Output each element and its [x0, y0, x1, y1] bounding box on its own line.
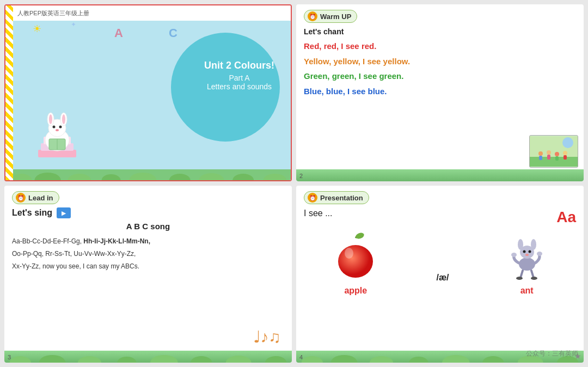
- slide-number-2: 2: [299, 173, 303, 179]
- watermark: 公众号：三有英师: [526, 349, 578, 358]
- grass-decoration: [5, 169, 291, 180]
- word-apple: apple: [344, 286, 367, 296]
- slide-4: ⏰ Presentation I see ... Aa: [296, 186, 584, 363]
- svg-point-58: [370, 356, 393, 363]
- svg-rect-24: [530, 157, 578, 167]
- svg-point-59: [409, 357, 428, 363]
- slide-number-3: 3: [8, 354, 11, 360]
- svg-point-52: [511, 253, 517, 257]
- section-title: Let's chant: [304, 27, 576, 36]
- svg-point-17: [102, 174, 121, 180]
- i-see-text: I see ...: [304, 209, 332, 218]
- svg-point-8: [62, 114, 65, 124]
- presentation-badge: ⏰ Presentation: [304, 191, 369, 204]
- svg-point-60: [442, 355, 470, 363]
- svg-point-42: [355, 232, 365, 240]
- warm-up-badge: ⏰ Warm UP: [304, 10, 357, 23]
- outdoor-scene-image: [529, 135, 578, 168]
- deco-letter-a: A: [114, 26, 123, 40]
- svg-point-36: [78, 356, 101, 363]
- slide-2: ⏰ Warm UP Let's chant Red, red, I see re…: [296, 4, 584, 181]
- snowflake-deco: ✦: [71, 21, 76, 28]
- deco-letter-c: C: [169, 26, 177, 40]
- textbook-label: 人教PEP版英语三年级上册: [5, 5, 291, 21]
- svg-point-55: [531, 277, 537, 280]
- svg-point-32: [563, 151, 567, 155]
- svg-point-35: [39, 355, 66, 363]
- svg-point-57: [331, 355, 358, 363]
- svg-point-9: [53, 126, 56, 129]
- vocabulary-images: apple /æ/: [304, 231, 576, 296]
- svg-point-54: [516, 277, 523, 280]
- music-note-deco: ♩♪♫: [253, 327, 281, 346]
- svg-point-11: [56, 129, 59, 131]
- svg-point-44: [345, 248, 353, 259]
- svg-point-37: [117, 357, 136, 363]
- phonetic-group: /æ/: [436, 270, 449, 296]
- svg-point-53: [537, 252, 542, 256]
- grass-decoration-2: [296, 169, 584, 181]
- chant-line-4: Blue, blue, I see blue.: [304, 85, 576, 98]
- section-title-3: Let's sing ▶: [12, 207, 284, 218]
- slide-title-block: Unit 2 Colours! Part A Letters and sound…: [204, 60, 274, 91]
- abc-lyrics: Aa-Bb-Cc-Dd-Ee-Ff-Gg, Hh-Ii-Jj-Kk-Ll-Mm-…: [12, 235, 284, 272]
- svg-point-25: [562, 137, 573, 148]
- svg-point-19: [169, 174, 191, 180]
- slide4-header: I see ... Aa: [304, 209, 576, 226]
- clock-icon-3: ⏰: [16, 193, 26, 203]
- grass-decoration-3: [4, 351, 292, 363]
- svg-point-18: [129, 173, 156, 180]
- ant-character-image: [506, 231, 547, 283]
- svg-rect-31: [555, 156, 559, 161]
- svg-rect-29: [547, 155, 550, 160]
- svg-point-47: [518, 239, 523, 250]
- ant-group: ant: [506, 231, 547, 296]
- tv-icon: ▶: [57, 207, 71, 218]
- chant-line-3: Green, green, I see green.: [304, 70, 576, 83]
- deco-strip: [5, 5, 13, 180]
- svg-point-56: [302, 356, 323, 363]
- svg-point-61: [482, 356, 504, 363]
- svg-point-28: [547, 150, 551, 155]
- svg-point-26: [538, 151, 543, 156]
- clock-icon: ⏰: [308, 11, 317, 21]
- bunny-illustration: [35, 112, 79, 168]
- svg-point-50: [529, 250, 531, 253]
- svg-point-34: [10, 356, 31, 363]
- svg-point-15: [34, 173, 61, 180]
- svg-point-38: [150, 355, 178, 363]
- phonetic-symbol: /æ/: [436, 273, 449, 283]
- chant-line-2: Yellow, yellow, I see yellow.: [304, 56, 576, 68]
- lead-in-badge: ⏰ Lead in: [12, 191, 59, 204]
- svg-point-45: [519, 258, 535, 271]
- svg-rect-33: [564, 155, 567, 160]
- sun-deco: ☀: [33, 23, 41, 35]
- letter-aa: Aa: [556, 209, 576, 226]
- slide-number-4: 4: [299, 354, 303, 360]
- svg-point-49: [523, 250, 526, 253]
- svg-point-16: [68, 174, 91, 180]
- slide-1: 人教PEP版英语三年级上册 ☀ ✦ A C Unit 2 Colours! Pa…: [4, 4, 292, 181]
- apple-group: apple: [333, 231, 379, 296]
- svg-point-40: [226, 356, 252, 363]
- svg-point-48: [531, 239, 536, 250]
- svg-point-14: [11, 174, 32, 180]
- svg-point-22: [264, 174, 287, 180]
- song-title: A B C song: [12, 222, 284, 231]
- svg-point-43: [338, 245, 373, 278]
- svg-point-6: [49, 114, 52, 124]
- svg-point-39: [191, 356, 212, 363]
- slide-3: ⏰ Lead in Let's sing ▶ A B C song Aa-Bb-…: [4, 186, 292, 363]
- svg-point-10: [59, 126, 62, 129]
- svg-point-41: [265, 356, 286, 363]
- chant-line-1: Red, red, I see red.: [304, 40, 576, 53]
- svg-point-30: [555, 152, 559, 156]
- svg-point-21: [232, 174, 254, 180]
- svg-point-20: [199, 173, 224, 180]
- word-ant: ant: [520, 286, 534, 296]
- svg-rect-27: [539, 156, 542, 160]
- clock-icon-4: ⏰: [308, 193, 317, 203]
- apple-image: [333, 231, 379, 283]
- svg-point-51: [525, 254, 529, 256]
